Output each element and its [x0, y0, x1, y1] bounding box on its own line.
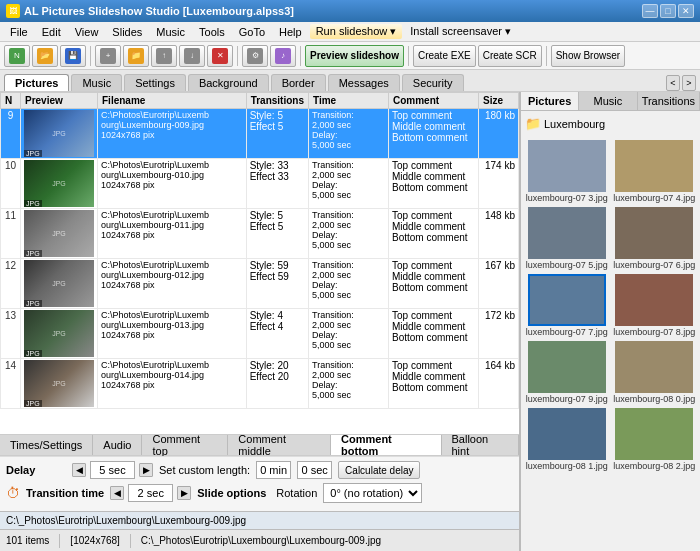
tab-background[interactable]: Background	[188, 74, 269, 91]
tab-next-button[interactable]: >	[682, 75, 696, 91]
new-button[interactable]: N	[4, 45, 30, 67]
thumb-image[interactable]	[528, 408, 606, 460]
table-row[interactable]: 9 JPG JPG C:\Photos\Eurotrip\Luxemb ourg…	[1, 109, 519, 159]
btab-comment-bottom[interactable]: Comment bottom	[331, 435, 441, 455]
window-controls[interactable]: — □ ✕	[642, 4, 694, 18]
add-folder-button[interactable]: 📁	[123, 45, 149, 67]
transition-input[interactable]	[128, 484, 173, 502]
create-scr-button[interactable]: Create SCR	[478, 45, 542, 67]
menu-slides[interactable]: Slides	[106, 25, 148, 39]
rtab-transitions[interactable]: Transitions	[638, 92, 700, 110]
tab-settings[interactable]: Settings	[124, 74, 186, 91]
menu-run-slideshow[interactable]: Run slideshow ▾	[310, 24, 403, 39]
menu-view[interactable]: View	[69, 25, 105, 39]
cell-filename: C:\Photos\Eurotrip\Luxemb ourg\Luxembour…	[98, 159, 247, 209]
thumb-image[interactable]	[528, 140, 606, 192]
right-panel-content[interactable]: luxembourg-07 3.jpg luxembourg-07 4.jpg …	[521, 136, 700, 551]
add-files-button[interactable]: +	[95, 45, 121, 67]
music-button[interactable]: ♪	[270, 45, 296, 67]
status-sep-2	[130, 534, 131, 548]
thumb-image[interactable]	[615, 408, 693, 460]
create-exe-button[interactable]: Create EXE	[413, 45, 476, 67]
tab-border[interactable]: Border	[271, 74, 326, 91]
thumbnail-item[interactable]: luxembourg-07 7.jpg	[525, 274, 609, 337]
btab-audio[interactable]: Audio	[93, 435, 142, 455]
col-preview: Preview	[21, 93, 98, 109]
thumbnail-item[interactable]: luxembourg-07 8.jpg	[613, 274, 697, 337]
tab-security[interactable]: Security	[402, 74, 464, 91]
preview-label: Preview slideshow	[310, 50, 399, 61]
custom-min-input[interactable]	[256, 461, 291, 479]
cell-filename: C:\Photos\Eurotrip\Luxemb ourg\Luxembour…	[98, 209, 247, 259]
thumb-image[interactable]	[615, 341, 693, 393]
thumb-image[interactable]	[528, 274, 606, 326]
cell-preview: JPG JPG	[21, 259, 98, 309]
btab-balloon-hint[interactable]: Balloon hint	[442, 435, 520, 455]
calculate-delay-button[interactable]: Calculate delay	[338, 461, 420, 479]
thumb-image[interactable]	[528, 207, 606, 259]
table-header: N Preview Filename Transitions Time Comm…	[1, 93, 519, 109]
thumb-image[interactable]	[615, 207, 693, 259]
cell-n: 13	[1, 309, 21, 359]
tab-pictures[interactable]: Pictures	[4, 74, 69, 91]
save-button[interactable]: 💾	[60, 45, 86, 67]
menu-help[interactable]: Help	[273, 25, 308, 39]
thumb-label: luxembourg-07 9.jpg	[526, 394, 608, 404]
maximize-button[interactable]: □	[660, 4, 676, 18]
create-scr-label: Create SCR	[483, 50, 537, 61]
tab-prev-button[interactable]: <	[666, 75, 680, 91]
table-row[interactable]: 10 JPG JPG C:\Photos\Eurotrip\Luxemb our…	[1, 159, 519, 209]
transition-increase-button[interactable]: ▶	[177, 486, 191, 500]
menu-music[interactable]: Music	[150, 25, 191, 39]
pictures-table: N Preview Filename Transitions Time Comm…	[0, 92, 519, 409]
thumbnail-item[interactable]: luxembourg-07 4.jpg	[613, 140, 697, 203]
thumbnail-item[interactable]: luxembourg-07 9.jpg	[525, 341, 609, 404]
delay-increase-button[interactable]: ▶	[139, 463, 153, 477]
preview-slideshow-button[interactable]: Preview slideshow	[305, 45, 404, 67]
menu-file[interactable]: File	[4, 25, 34, 39]
cell-preview: JPG JPG	[21, 309, 98, 359]
open-button[interactable]: 📂	[32, 45, 58, 67]
table-row[interactable]: 12 JPG JPG C:\Photos\Eurotrip\Luxemb our…	[1, 259, 519, 309]
thumbnail-item[interactable]: luxembourg-07 3.jpg	[525, 140, 609, 203]
thumb-image[interactable]	[615, 140, 693, 192]
delete-button[interactable]: ✕	[207, 45, 233, 67]
table-row[interactable]: 11 JPG JPG C:\Photos\Eurotrip\Luxemb our…	[1, 209, 519, 259]
thumbnail-item[interactable]: luxembourg-08 1.jpg	[525, 408, 609, 471]
thumbnail-item[interactable]: luxembourg-07 6.jpg	[613, 207, 697, 270]
table-row[interactable]: 14 JPG JPG C:\Photos\Eurotrip\Luxemb our…	[1, 359, 519, 409]
cell-time: Transition:2,000 secDelay:5,000 sec	[309, 159, 389, 209]
thumbnail-item[interactable]: luxembourg-08 0.jpg	[613, 341, 697, 404]
add-files-icon: +	[100, 48, 116, 64]
delay-input[interactable]	[90, 461, 135, 479]
thumb-image[interactable]	[528, 341, 606, 393]
transition-decrease-button[interactable]: ◀	[110, 486, 124, 500]
rtab-music[interactable]: Music	[579, 92, 637, 110]
btab-comment-top[interactable]: Comment top	[142, 435, 228, 455]
pictures-table-container[interactable]: N Preview Filename Transitions Time Comm…	[0, 92, 519, 434]
minimize-button[interactable]: —	[642, 4, 658, 18]
menu-edit[interactable]: Edit	[36, 25, 67, 39]
menu-goto[interactable]: GoTo	[233, 25, 271, 39]
settings-button[interactable]: ⚙	[242, 45, 268, 67]
move-down-button[interactable]: ↓	[179, 45, 205, 67]
move-up-button[interactable]: ↑	[151, 45, 177, 67]
close-button[interactable]: ✕	[678, 4, 694, 18]
table-row[interactable]: 13 JPG JPG C:\Photos\Eurotrip\Luxemb our…	[1, 309, 519, 359]
cell-transitions: Style: 5Effect 5	[246, 209, 308, 259]
btab-times-settings[interactable]: Times/Settings	[0, 435, 93, 455]
thumb-image[interactable]	[615, 274, 693, 326]
thumbnail-item[interactable]: luxembourg-08 2.jpg	[613, 408, 697, 471]
rotation-select[interactable]: 0° (no rotation) 90° 180° 270°	[323, 483, 422, 503]
menu-install-screensaver[interactable]: Install screensaver ▾	[404, 24, 517, 39]
delay-decrease-button[interactable]: ◀	[72, 463, 86, 477]
tab-music[interactable]: Music	[71, 74, 122, 91]
custom-sec-input[interactable]	[297, 461, 332, 479]
tab-messages[interactable]: Messages	[328, 74, 400, 91]
rtab-pictures[interactable]: Pictures	[521, 92, 579, 110]
thumbnail-item[interactable]: luxembourg-07 5.jpg	[525, 207, 609, 270]
menu-tools[interactable]: Tools	[193, 25, 231, 39]
show-browser-button[interactable]: Show Browser	[551, 45, 625, 67]
preview-label: JPG	[24, 350, 42, 357]
btab-comment-middle[interactable]: Comment middle	[228, 435, 331, 455]
